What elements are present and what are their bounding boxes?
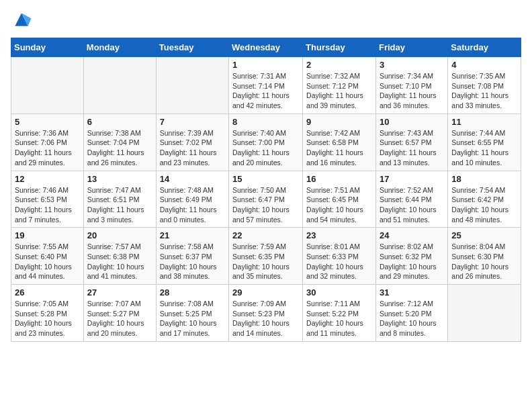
day-number: 6 <box>87 117 152 127</box>
calendar-week-row: 1Sunrise: 7:31 AM Sunset: 7:14 PM Daylig… <box>11 57 521 114</box>
day-detail: Sunrise: 7:40 AM Sunset: 7:00 PM Dayligh… <box>232 128 299 168</box>
weekday-header: Monday <box>83 38 156 57</box>
day-detail: Sunrise: 7:54 AM Sunset: 6:42 PM Dayligh… <box>451 185 517 225</box>
calendar-cell: 10Sunrise: 7:43 AM Sunset: 6:57 PM Dayli… <box>375 113 447 171</box>
calendar-cell: 6Sunrise: 7:38 AM Sunset: 7:04 PM Daylig… <box>83 113 156 171</box>
day-number: 11 <box>451 117 517 127</box>
calendar-cell <box>156 57 228 114</box>
day-number: 22 <box>232 230 299 240</box>
day-number: 7 <box>160 117 225 127</box>
day-detail: Sunrise: 7:44 AM Sunset: 6:55 PM Dayligh… <box>451 128 517 168</box>
day-detail: Sunrise: 8:02 AM Sunset: 6:32 PM Dayligh… <box>380 242 444 281</box>
calendar-cell: 8Sunrise: 7:40 AM Sunset: 7:00 PM Daylig… <box>229 113 303 171</box>
day-detail: Sunrise: 7:47 AM Sunset: 6:51 PM Dayligh… <box>87 185 152 225</box>
calendar-cell: 12Sunrise: 7:46 AM Sunset: 6:53 PM Dayli… <box>11 171 84 228</box>
day-detail: Sunrise: 7:12 AM Sunset: 5:20 PM Dayligh… <box>380 299 444 338</box>
day-number: 14 <box>160 174 225 184</box>
logo <box>11 11 35 30</box>
day-detail: Sunrise: 7:50 AM Sunset: 6:47 PM Dayligh… <box>232 185 299 225</box>
calendar-week-row: 12Sunrise: 7:46 AM Sunset: 6:53 PM Dayli… <box>11 171 521 228</box>
day-number: 2 <box>306 60 372 70</box>
calendar-cell: 24Sunrise: 8:02 AM Sunset: 6:32 PM Dayli… <box>375 228 447 285</box>
calendar-cell: 31Sunrise: 7:12 AM Sunset: 5:20 PM Dayli… <box>375 285 447 342</box>
day-detail: Sunrise: 7:42 AM Sunset: 6:58 PM Dayligh… <box>306 128 372 168</box>
day-detail: Sunrise: 7:52 AM Sunset: 6:44 PM Dayligh… <box>380 185 444 225</box>
day-number: 21 <box>160 230 225 240</box>
day-detail: Sunrise: 7:46 AM Sunset: 6:53 PM Dayligh… <box>15 185 80 225</box>
logo-icon <box>11 11 32 30</box>
calendar-cell: 26Sunrise: 7:05 AM Sunset: 5:28 PM Dayli… <box>11 285 84 342</box>
calendar-week-row: 5Sunrise: 7:36 AM Sunset: 7:06 PM Daylig… <box>11 113 521 171</box>
calendar-week-row: 26Sunrise: 7:05 AM Sunset: 5:28 PM Dayli… <box>11 285 521 342</box>
calendar-cell: 19Sunrise: 7:55 AM Sunset: 6:40 PM Dayli… <box>11 228 84 285</box>
day-number: 15 <box>232 174 299 184</box>
day-number: 19 <box>15 230 80 240</box>
calendar-cell <box>448 285 521 342</box>
day-detail: Sunrise: 7:09 AM Sunset: 5:23 PM Dayligh… <box>232 299 299 338</box>
calendar-cell: 18Sunrise: 7:54 AM Sunset: 6:42 PM Dayli… <box>448 171 521 228</box>
calendar-cell: 14Sunrise: 7:48 AM Sunset: 6:49 PM Dayli… <box>156 171 228 228</box>
calendar-cell: 5Sunrise: 7:36 AM Sunset: 7:06 PM Daylig… <box>11 113 84 171</box>
day-number: 4 <box>451 60 517 70</box>
calendar-cell: 9Sunrise: 7:42 AM Sunset: 6:58 PM Daylig… <box>303 113 376 171</box>
calendar-cell <box>83 57 156 114</box>
calendar-cell: 29Sunrise: 7:09 AM Sunset: 5:23 PM Dayli… <box>229 285 303 342</box>
day-detail: Sunrise: 7:38 AM Sunset: 7:04 PM Dayligh… <box>87 128 152 168</box>
weekday-header: Tuesday <box>156 38 228 57</box>
day-detail: Sunrise: 7:07 AM Sunset: 5:27 PM Dayligh… <box>87 299 152 338</box>
day-number: 16 <box>306 174 372 184</box>
calendar-cell: 28Sunrise: 7:08 AM Sunset: 5:25 PM Dayli… <box>156 285 228 342</box>
day-number: 27 <box>87 287 152 298</box>
calendar-cell: 11Sunrise: 7:44 AM Sunset: 6:55 PM Dayli… <box>448 113 521 171</box>
day-detail: Sunrise: 7:59 AM Sunset: 6:35 PM Dayligh… <box>232 242 299 281</box>
day-detail: Sunrise: 7:05 AM Sunset: 5:28 PM Dayligh… <box>15 299 80 338</box>
day-detail: Sunrise: 7:36 AM Sunset: 7:06 PM Dayligh… <box>15 128 80 168</box>
day-detail: Sunrise: 7:32 AM Sunset: 7:12 PM Dayligh… <box>306 71 372 111</box>
calendar-cell: 13Sunrise: 7:47 AM Sunset: 6:51 PM Dayli… <box>83 171 156 228</box>
day-number: 26 <box>15 287 80 298</box>
day-detail: Sunrise: 7:57 AM Sunset: 6:38 PM Dayligh… <box>87 242 152 281</box>
day-number: 9 <box>306 117 372 127</box>
calendar: SundayMondayTuesdayWednesdayThursdayFrid… <box>11 38 521 342</box>
weekday-header: Thursday <box>303 38 376 57</box>
calendar-cell: 21Sunrise: 7:58 AM Sunset: 6:37 PM Dayli… <box>156 228 228 285</box>
day-number: 13 <box>87 174 152 184</box>
day-number: 18 <box>451 174 517 184</box>
calendar-cell: 2Sunrise: 7:32 AM Sunset: 7:12 PM Daylig… <box>303 57 376 114</box>
page-header <box>11 11 521 30</box>
day-number: 24 <box>380 230 444 240</box>
calendar-cell: 20Sunrise: 7:57 AM Sunset: 6:38 PM Dayli… <box>83 228 156 285</box>
day-detail: Sunrise: 8:01 AM Sunset: 6:33 PM Dayligh… <box>306 242 372 281</box>
day-number: 17 <box>380 174 444 184</box>
calendar-cell: 25Sunrise: 8:04 AM Sunset: 6:30 PM Dayli… <box>448 228 521 285</box>
calendar-header-row: SundayMondayTuesdayWednesdayThursdayFrid… <box>11 38 521 57</box>
weekday-header: Wednesday <box>229 38 303 57</box>
weekday-header: Sunday <box>11 38 84 57</box>
day-number: 28 <box>160 287 225 298</box>
calendar-week-row: 19Sunrise: 7:55 AM Sunset: 6:40 PM Dayli… <box>11 228 521 285</box>
weekday-header: Saturday <box>448 38 521 57</box>
day-number: 25 <box>451 230 517 240</box>
calendar-cell: 22Sunrise: 7:59 AM Sunset: 6:35 PM Dayli… <box>229 228 303 285</box>
calendar-cell: 17Sunrise: 7:52 AM Sunset: 6:44 PM Dayli… <box>375 171 447 228</box>
day-number: 20 <box>87 230 152 240</box>
calendar-cell: 7Sunrise: 7:39 AM Sunset: 7:02 PM Daylig… <box>156 113 228 171</box>
day-number: 31 <box>380 287 444 298</box>
weekday-header: Friday <box>375 38 447 57</box>
day-number: 8 <box>232 117 299 127</box>
calendar-cell: 4Sunrise: 7:35 AM Sunset: 7:08 PM Daylig… <box>448 57 521 114</box>
day-number: 12 <box>15 174 80 184</box>
day-number: 29 <box>232 287 299 298</box>
day-number: 5 <box>15 117 80 127</box>
calendar-cell: 15Sunrise: 7:50 AM Sunset: 6:47 PM Dayli… <box>229 171 303 228</box>
day-detail: Sunrise: 7:31 AM Sunset: 7:14 PM Dayligh… <box>232 71 299 111</box>
calendar-cell: 30Sunrise: 7:11 AM Sunset: 5:22 PM Dayli… <box>303 285 376 342</box>
day-detail: Sunrise: 7:35 AM Sunset: 7:08 PM Dayligh… <box>451 71 517 111</box>
calendar-cell: 27Sunrise: 7:07 AM Sunset: 5:27 PM Dayli… <box>83 285 156 342</box>
day-number: 10 <box>380 117 444 127</box>
calendar-cell: 3Sunrise: 7:34 AM Sunset: 7:10 PM Daylig… <box>375 57 447 114</box>
day-detail: Sunrise: 7:51 AM Sunset: 6:45 PM Dayligh… <box>306 185 372 225</box>
day-detail: Sunrise: 7:48 AM Sunset: 6:49 PM Dayligh… <box>160 185 225 225</box>
day-number: 23 <box>306 230 372 240</box>
day-detail: Sunrise: 7:43 AM Sunset: 6:57 PM Dayligh… <box>380 128 444 168</box>
